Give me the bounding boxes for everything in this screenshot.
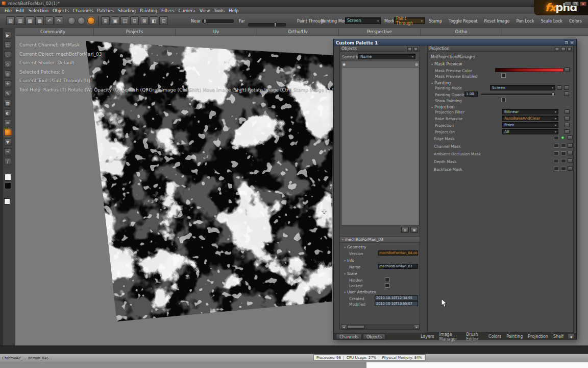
tool-button[interactable]: ◎ [4,71,11,78]
toolbar-button[interactable]: Pan Lock [516,19,534,24]
horizontal-scrollbar[interactable]: ◂ ▸ [341,325,420,329]
object-props-header[interactable]: ▾ mechBotForMari_03 [340,236,420,243]
tool-button[interactable]: ● [4,129,11,136]
tool-button[interactable]: ◐ [4,109,11,117]
menu-item[interactable]: Help [227,8,240,13]
palette-float-icon[interactable]: ❐ [564,40,569,45]
menu-item[interactable]: Painting [138,8,159,13]
near-slider-handle[interactable] [204,19,206,24]
bake-behavior-select[interactable]: AutoBakeAndClear ▾ [502,116,558,121]
scroll-left-icon[interactable]: ◂ [341,325,346,329]
toolbar-icon[interactable]: ▩ [35,16,44,25]
palette-tab[interactable]: Objects [363,334,385,340]
menu-item[interactable]: Channels [71,8,95,13]
view-toolbar-icon[interactable]: ⊠ [140,16,149,25]
scroll-right-icon[interactable]: ▸ [414,325,419,329]
palette-tab[interactable]: Brush Editor [463,332,486,341]
name-field[interactable]: mechBotForMari_03 [378,264,418,269]
backface-mask-button[interactable] [568,166,573,171]
maximize-button[interactable]: ❐ [572,2,579,6]
menu-item[interactable]: Objects [51,8,71,13]
title-bar[interactable]: mechBotForMari_02(1)* [0,0,588,7]
scrollbar-thumb[interactable] [347,325,364,329]
project-on-select[interactable]: All ▾ [502,129,558,134]
tool-button[interactable]: ◌ [4,51,11,58]
viewport-tab[interactable]: Ortho/Uv [257,28,339,36]
group-mask-preview[interactable]: ▾ Mask Preview [431,62,462,66]
close-button[interactable]: ✕ [580,2,586,6]
far-slider-handle[interactable] [274,22,277,27]
close-icon[interactable]: ✕ [413,47,418,51]
version-field[interactable]: mechBotForMari_04.obj [378,250,418,256]
lighting-mode-icon[interactable]: ○ [68,17,76,25]
painting-opacity-field[interactable]: 1.00 [464,91,478,97]
projection-filter-reset-button[interactable] [565,109,570,114]
objects-panel-header[interactable]: Objects ⊙ ✕ [340,46,420,52]
show-painting-checkbox[interactable] [501,98,506,102]
ambient-occlusion-mask-field-2[interactable] [561,151,566,155]
view-toolbar-icon[interactable]: ◧ [150,16,158,25]
sort-select[interactable]: Name ▾ [358,54,415,59]
view-toolbar-icon[interactable]: ⊟ [130,16,139,25]
projection-panel-header[interactable]: Projection ⊙ ❐ ✕ [428,46,573,52]
toolbar-icon[interactable]: ▦ [26,16,34,25]
group-painting[interactable]: ▾ Painting [431,81,451,85]
far-slider[interactable] [248,23,286,27]
menu-item[interactable]: Selection [27,8,51,13]
edge-mask-field[interactable] [554,136,559,140]
toolbar-icon[interactable]: ▥ [16,16,24,25]
toolbar-button[interactable]: Colors [569,19,582,24]
palette-tab[interactable]: Projection [525,334,551,339]
near-slider[interactable] [202,19,234,23]
painting-opacity-slider[interactable] [481,94,555,95]
tool-button[interactable]: ▨ [4,100,11,107]
mask-preview-enabled-checkbox[interactable] [501,73,506,78]
view-toolbar-icon[interactable]: ◫ [120,16,129,25]
view-toolbar-icon[interactable]: ⊡ [159,16,168,25]
section-user-attributes[interactable]: ▾ User Attributes [344,290,376,294]
viewport-tab[interactable]: Perspective [339,28,421,36]
channel-mask-field-2[interactable] [561,144,566,148]
objects-list[interactable]: ◉ ◍ [341,61,420,225]
palette-close-icon[interactable]: ✕ [570,40,574,45]
toolbar-icon[interactable]: ↷ [55,16,63,25]
menu-item[interactable]: File [3,8,14,13]
tool-button[interactable]: ✛ [4,80,11,87]
lighting-mode-icon[interactable]: ● [87,17,95,25]
tool-button[interactable]: ◇ [4,61,11,68]
palette-tab[interactable]: Layers [418,334,436,339]
tool-button[interactable]: ≈ [4,119,11,126]
modified-field[interactable]: 2010-10-10T13:55:07 [375,301,418,306]
palette-tab[interactable]: Painting [504,334,525,339]
viewport-tab[interactable]: Projects [94,28,176,36]
tool-button[interactable]: ✎ [4,90,11,97]
object-row[interactable]: ◉ ◍ [341,61,419,68]
palette-tab[interactable]: Image Manager [436,332,463,341]
backface-mask-field-2[interactable] [561,167,566,171]
tool-button[interactable]: ~ [4,148,11,155]
channel-mask-button[interactable] [568,143,573,148]
ambient-occlusion-mask-field[interactable] [554,151,559,155]
depth-mask-button[interactable] [568,158,573,163]
menu-item[interactable]: Tools [212,8,227,13]
lighting-mode-icon[interactable]: ◑ [78,17,85,25]
minimize-button[interactable]: – [565,2,571,6]
pin-icon[interactable]: ⊙ [407,47,412,51]
painting-opacity-handle[interactable] [552,93,554,97]
bake-behavior-reset-button[interactable] [565,116,570,121]
created-field[interactable]: 2010-10-10T12:34:55 [375,295,418,301]
swap-color-swatch[interactable] [4,198,10,204]
painting-mode-select[interactable]: Screen ▾ [490,85,555,90]
close-icon[interactable]: ✕ [567,47,572,51]
painting-mode-select[interactable]: Screen ▾ [345,17,381,24]
toolbar-button[interactable]: Reset Image [484,19,509,24]
toolbar-button[interactable]: Toggle Repeat [449,19,477,24]
pin-icon[interactable]: ⊙ [555,47,559,51]
depth-mask-field-2[interactable] [561,159,566,163]
hidden-checkbox[interactable] [385,278,389,282]
backface-mask-field[interactable] [554,167,559,171]
toolbar-button[interactable]: Scale Lock [541,19,562,24]
view-toolbar-icon[interactable]: ▣ [111,16,119,25]
menu-item[interactable]: Shading [116,8,138,13]
menu-item[interactable]: Filters [159,8,176,13]
